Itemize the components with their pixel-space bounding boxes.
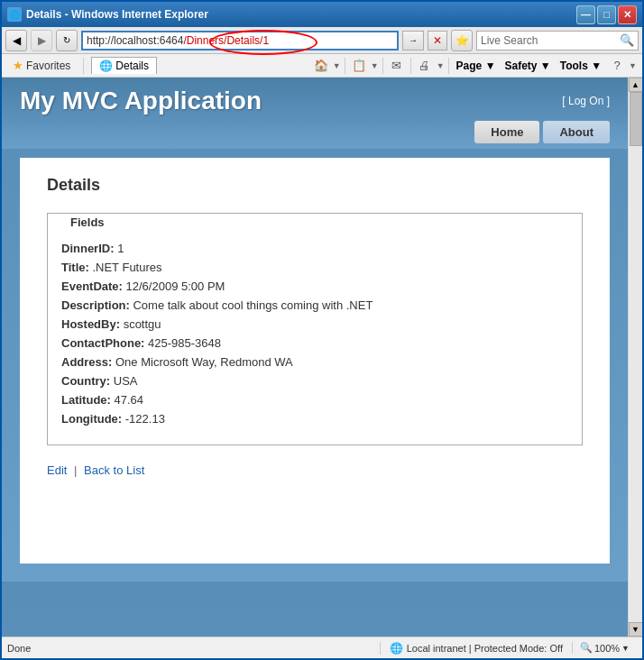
scroll-down-button[interactable]: ▼ bbox=[629, 622, 643, 637]
content-box: Details Fields DinnerID: 1 Title: .NET F… bbox=[20, 158, 610, 564]
field-title: Title: .NET Futures bbox=[61, 261, 568, 274]
safety-menu[interactable]: Safety ▼ bbox=[501, 60, 555, 72]
search-icon: 🔍 bbox=[620, 33, 634, 47]
edit-link[interactable]: Edit bbox=[47, 463, 67, 477]
field-latitude: Latitude: 47.64 bbox=[61, 393, 568, 407]
title-bar-left: 🌐 Details - Windows Internet Explorer bbox=[7, 7, 208, 22]
tools-menu[interactable]: Tools ▼ bbox=[557, 60, 605, 72]
favorites-separator bbox=[83, 58, 84, 74]
address-url-prefix: http://localhost:6464 bbox=[87, 34, 183, 47]
field-country: Country: USA bbox=[61, 374, 568, 388]
fields-box: Fields DinnerID: 1 Title: .NET Futures E… bbox=[47, 213, 583, 445]
address-input-wrapper: http://localhost:6464/Dinners/Details/1 bbox=[81, 31, 399, 50]
page-area: My MVC Application [ Log On ] Home About… bbox=[2, 78, 642, 637]
about-nav-button[interactable]: About bbox=[543, 121, 610, 143]
scroll-track bbox=[630, 92, 642, 622]
field-label-title: Title: bbox=[61, 261, 89, 274]
zoom-dropdown-icon[interactable]: ▼ bbox=[621, 644, 630, 653]
scroll-up-button[interactable]: ▲ bbox=[629, 78, 643, 92]
toolbar-div3 bbox=[410, 58, 411, 74]
scroll-thumb[interactable] bbox=[630, 92, 642, 146]
field-label-eventdate: EventDate: bbox=[61, 280, 123, 293]
search-nav-button[interactable]: ⭐ bbox=[451, 30, 473, 51]
address-url-path: /Dinners/Details/1 bbox=[183, 34, 269, 47]
close-button[interactable]: ✕ bbox=[618, 5, 637, 24]
toolbar-div4 bbox=[448, 58, 449, 74]
favorites-bar: ★ Favorites 🌐 Details 🏠 ▼ 📋 ▼ ✉ 🖨 ▼ Page… bbox=[2, 54, 642, 78]
favorites-tab-details[interactable]: 🌐 Details bbox=[91, 57, 157, 74]
zone-text: Local intranet | Protected Mode: Off bbox=[407, 643, 563, 654]
toolbar-div1 bbox=[345, 58, 345, 74]
link-separator: | bbox=[74, 463, 77, 477]
page-heading: Details bbox=[47, 176, 583, 195]
home-icon-btn[interactable]: 🏠 bbox=[311, 56, 331, 76]
back-to-list-link[interactable]: Back to List bbox=[84, 463, 144, 477]
field-value-dinnerid: 1 bbox=[117, 242, 124, 255]
status-zone: 🌐 Local intranet | Protected Mode: Off bbox=[380, 642, 572, 655]
field-contactphone: ContactPhone: 425-985-3648 bbox=[61, 336, 568, 350]
status-text: Done bbox=[7, 643, 380, 654]
field-value-longitude: -122.13 bbox=[125, 412, 165, 426]
search-placeholder: Live Search bbox=[481, 34, 538, 47]
minimize-button[interactable]: — bbox=[576, 5, 595, 24]
header-bar: My MVC Application [ Log On ] bbox=[2, 78, 628, 115]
fields-legend: Fields bbox=[66, 215, 109, 229]
refresh-button[interactable]: ↻ bbox=[56, 30, 78, 51]
scrollbar-right: ▲ ▼ bbox=[628, 78, 642, 637]
help-icon-btn[interactable]: ? bbox=[607, 56, 627, 76]
feeds-icon-btn[interactable]: 📋 bbox=[349, 56, 369, 76]
home-dropdown[interactable]: ▼ bbox=[333, 61, 341, 70]
browser-icon: 🌐 bbox=[7, 7, 22, 22]
forward-button[interactable]: ▶ bbox=[31, 30, 52, 51]
print-icon-btn[interactable]: 🖨 bbox=[415, 56, 435, 76]
log-on-link[interactable]: [ Log On ] bbox=[562, 95, 610, 107]
field-address: Address: One Microsoft Way, Redmond WA bbox=[61, 355, 568, 369]
search-box[interactable]: Live Search 🔍 bbox=[476, 31, 639, 50]
links-row: Edit | Back to List bbox=[47, 463, 583, 477]
log-on-area: [ Log On ] bbox=[562, 95, 610, 107]
ie-page: My MVC Application [ Log On ] Home About… bbox=[2, 78, 628, 637]
window-title: Details - Windows Internet Explorer bbox=[26, 8, 208, 21]
back-button[interactable]: ◀ bbox=[5, 30, 27, 51]
field-dinnerid: DinnerID: 1 bbox=[61, 242, 568, 255]
browser-window: 🌐 Details - Windows Internet Explorer — … bbox=[0, 0, 644, 660]
tab-label: Details bbox=[115, 60, 149, 72]
field-value-description: Come talk about cool things coming with … bbox=[133, 298, 373, 312]
maximize-button[interactable]: □ bbox=[597, 5, 616, 24]
field-value-title: .NET Futures bbox=[92, 261, 161, 274]
toolbar-icons: 🏠 ▼ 📋 ▼ ✉ 🖨 ▼ Page ▼ Safety ▼ Tools ▼ ? … bbox=[311, 56, 637, 76]
zoom-icon: 🔍 bbox=[580, 642, 593, 654]
address-bar: ◀ ▶ ↻ http://localhost:6464/Dinners/Deta… bbox=[2, 27, 642, 54]
field-label-address: Address: bbox=[61, 355, 112, 369]
home-nav-button[interactable]: Home bbox=[474, 121, 539, 143]
star-icon: ★ bbox=[13, 59, 23, 72]
field-value-latitude: 47.64 bbox=[115, 393, 144, 407]
field-label-hostedby: HostedBy: bbox=[61, 317, 120, 331]
main-content: Details Fields DinnerID: 1 Title: .NET F… bbox=[2, 149, 628, 582]
field-eventdate: EventDate: 12/6/2009 5:00 PM bbox=[61, 280, 568, 293]
field-value-hostedby: scottgu bbox=[124, 317, 161, 331]
field-label-contactphone: ContactPhone: bbox=[61, 336, 144, 350]
stop-button[interactable]: ✕ bbox=[428, 31, 447, 50]
feeds-dropdown[interactable]: ▼ bbox=[371, 61, 379, 70]
field-description: Description: Come talk about cool things… bbox=[61, 298, 568, 312]
title-bar: 🌐 Details - Windows Internet Explorer — … bbox=[2, 2, 642, 27]
status-bar: Done 🌐 Local intranet | Protected Mode: … bbox=[2, 637, 642, 658]
favorites-label: Favorites bbox=[26, 60, 70, 72]
print-dropdown[interactable]: ▼ bbox=[437, 61, 445, 70]
go-button[interactable]: → bbox=[402, 31, 424, 50]
zone-icon: 🌐 bbox=[390, 642, 403, 655]
content-scroll: My MVC Application [ Log On ] Home About… bbox=[2, 78, 628, 637]
mail-icon-btn[interactable]: ✉ bbox=[387, 56, 407, 76]
nav-bar: Home About bbox=[2, 115, 628, 149]
help-dropdown[interactable]: ▼ bbox=[629, 61, 637, 70]
field-value-address: One Microsoft Way, Redmond WA bbox=[115, 355, 293, 369]
field-label-description: Description: bbox=[61, 298, 130, 312]
favorites-button[interactable]: ★ Favorites bbox=[7, 57, 76, 74]
status-zoom: 🔍 100% ▼ bbox=[572, 642, 637, 654]
ie-tab-icon: 🌐 bbox=[99, 60, 113, 72]
field-value-contactphone: 425-985-3648 bbox=[148, 336, 221, 350]
page-menu[interactable]: Page ▼ bbox=[453, 60, 500, 72]
app-title: My MVC Application bbox=[20, 87, 262, 115]
zoom-level: 100% bbox=[594, 643, 620, 654]
